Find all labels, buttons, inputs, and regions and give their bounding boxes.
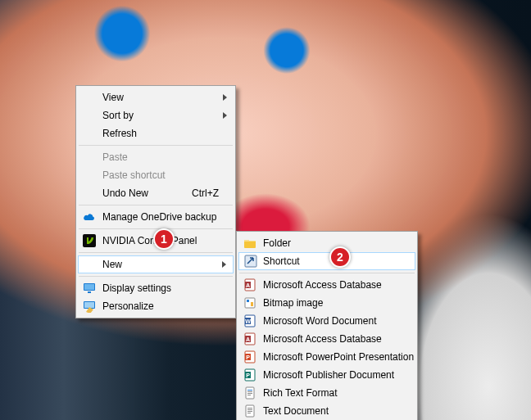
menu-item-paste-shortcut: Paste shortcut [78,166,234,184]
submenu-arrow-icon [223,94,227,101]
submenu-item-word[interactable]: W Microsoft Word Document [238,312,415,330]
menu-item-label: Shortcut [263,255,300,267]
svg-rect-31 [247,408,252,409]
monitor-icon [83,282,96,295]
svg-rect-26 [247,390,252,391]
menu-item-display-settings[interactable]: Display settings [78,279,234,297]
svg-rect-5 [84,302,94,308]
svg-text:P: P [246,355,250,360]
svg-rect-27 [247,391,252,392]
submenu-item-access-2[interactable]: A Microsoft Access Database [238,330,415,348]
access-icon: A [243,332,256,345]
menu-separator [79,228,233,229]
menu-item-label: Display settings [102,282,171,294]
submenu-item-publisher[interactable]: P Microsoft Publisher Document [238,366,415,384]
menu-item-onedrive-backup[interactable]: Manage OneDrive backup [78,208,234,226]
menu-separator [239,273,415,273]
callout-badge-1: 1 [153,228,175,250]
svg-rect-29 [247,395,251,395]
menu-separator [79,276,233,277]
svg-text:A: A [246,282,250,288]
submenu-item-access[interactable]: A Microsoft Access Database [238,276,415,294]
menu-item-view[interactable]: View [78,88,234,106]
menu-item-label: Personalize [102,300,154,312]
menu-item-label: Paste [102,151,128,163]
publisher-icon: P [243,368,256,382]
svg-text:A: A [246,336,250,342]
nvidia-icon [83,234,96,247]
submenu-item-txt[interactable]: Text Document [238,402,415,420]
svg-rect-28 [247,393,252,394]
menu-item-label: Folder [263,237,291,249]
menu-item-undo[interactable]: Undo New Ctrl+Z [78,184,234,202]
svg-text:P: P [246,373,250,378]
txt-icon [243,404,256,418]
shortcut-icon [244,255,257,268]
menu-item-label: New [102,259,122,270]
folder-icon [243,237,256,250]
svg-rect-33 [247,411,252,412]
menu-item-shortcut: Ctrl+Z [192,187,219,199]
paint-icon [83,300,96,313]
menu-item-personalize[interactable]: Personalize [78,297,234,315]
menu-item-label: Sort by [102,110,134,121]
svg-rect-11 [247,300,249,302]
submenu-item-powerpoint[interactable]: P Microsoft PowerPoint Presentation [238,348,415,366]
submenu-item-rtf[interactable]: Rich Text Format [238,384,415,402]
menu-separator [79,205,233,205]
bitmap-icon [243,296,256,309]
menu-item-label: Bitmap image [263,297,323,309]
desktop-context-menu: View Sort by Refresh Paste Paste shortcu… [75,85,236,318]
menu-separator [79,252,233,253]
menu-item-label: NVIDIA Control Panel [102,235,197,246]
menu-item-label: Microsoft Word Document [263,315,377,327]
svg-text:W: W [245,318,251,324]
menu-item-label: Manage OneDrive backup [102,211,216,223]
menu-item-label: Microsoft Publisher Document [263,369,394,381]
menu-item-label: Rich Text Format [263,387,337,399]
menu-separator [79,145,233,146]
submenu-item-bitmap[interactable]: Bitmap image [238,294,415,312]
menu-item-label: Undo New [102,187,148,199]
menu-item-label: Microsoft Access Database [263,279,382,291]
svg-rect-2 [84,284,94,290]
svg-rect-3 [88,291,91,293]
menu-item-new[interactable]: New [78,255,234,273]
submenu-item-folder[interactable]: Folder [238,234,415,252]
svg-rect-10 [245,298,255,308]
svg-rect-32 [247,409,252,410]
menu-item-paste: Paste [78,148,234,166]
svg-rect-12 [251,302,253,306]
menu-item-label: Microsoft PowerPoint Presentation [263,351,414,363]
menu-item-refresh[interactable]: Refresh [78,124,234,142]
powerpoint-icon: P [243,350,256,364]
svg-rect-0 [83,234,96,247]
menu-item-label: Text Document [263,405,329,417]
menu-item-label: View [102,92,124,103]
menu-item-sort-by[interactable]: Sort by [78,106,234,124]
submenu-item-shortcut[interactable]: Shortcut [238,252,415,270]
word-icon: W [243,314,256,327]
access-icon: A [243,278,256,291]
cloud-icon [83,210,96,224]
menu-item-label: Refresh [102,128,137,139]
menu-item-label: Microsoft Access Database [263,333,382,345]
callout-number: 1 [161,233,167,246]
submenu-arrow-icon [223,112,227,119]
rtf-icon [243,386,256,400]
callout-badge-2: 2 [329,246,351,268]
new-submenu: Folder Shortcut A Microsoft Access Datab… [236,231,418,420]
callout-number: 2 [337,251,343,264]
svg-rect-34 [247,413,251,413]
submenu-arrow-icon [222,261,226,268]
menu-item-label: Paste shortcut [102,169,166,181]
